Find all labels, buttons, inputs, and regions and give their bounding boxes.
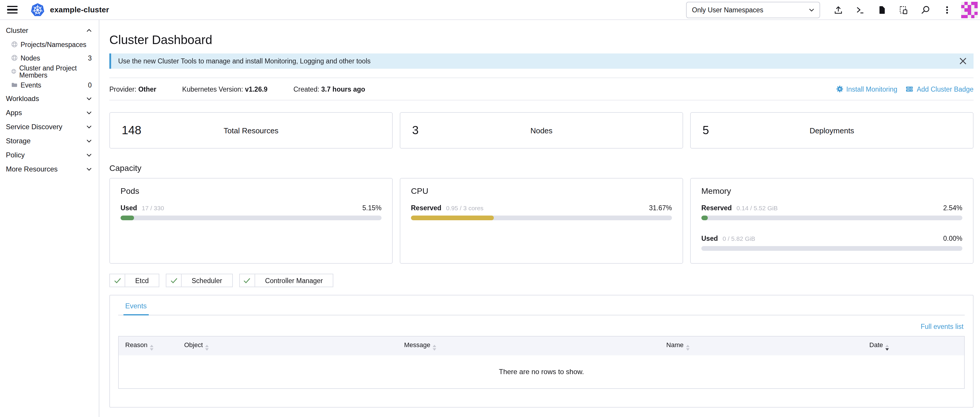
sort-carets-icon bbox=[205, 345, 209, 350]
banner-text: Use the new Cluster Tools to manage and … bbox=[118, 57, 371, 65]
gauge-row-percent: 31.67% bbox=[649, 205, 672, 211]
progress-bar-fill bbox=[702, 216, 708, 220]
search-icon[interactable] bbox=[920, 5, 930, 15]
component-label: Scheduler bbox=[181, 274, 232, 287]
sidebar-item-count: 3 bbox=[88, 54, 92, 61]
gauge-card-pods: Pods Used 17 / 330 5.15% bbox=[109, 178, 393, 264]
import-yaml-icon[interactable] bbox=[833, 5, 843, 15]
chevron-down-icon bbox=[86, 125, 92, 128]
sidebar-section-label: Policy bbox=[6, 151, 25, 159]
component-label: Controller Manager bbox=[255, 274, 333, 287]
stat-label: Nodes bbox=[530, 126, 552, 135]
sidebar-section-service-discovery[interactable]: Service Discovery bbox=[0, 120, 99, 134]
column-header-message[interactable]: Message bbox=[398, 336, 660, 355]
gear-icon bbox=[836, 85, 843, 93]
docs-icon[interactable] bbox=[877, 5, 886, 15]
chevron-down-icon bbox=[86, 153, 92, 157]
progress-bar-fill bbox=[121, 216, 134, 220]
check-icon bbox=[166, 274, 181, 287]
stat-card-nodes[interactable]: 3 Nodes bbox=[400, 112, 683, 149]
namespace-filter-select[interactable]: Only User Namespaces bbox=[686, 2, 820, 18]
capacity-gauges: Pods Used 17 / 330 5.15% CPU Reserved 0.… bbox=[109, 178, 974, 264]
sidebar-item-label: Cluster and Project Members bbox=[19, 64, 89, 78]
component-label: Etcd bbox=[125, 274, 159, 287]
top-bar: example-cluster Only User Namespaces bbox=[0, 0, 980, 20]
sidebar-item-events[interactable]: Events 0 bbox=[0, 78, 99, 92]
sidebar-item-projects-namespaces[interactable]: Projects/Namespaces bbox=[0, 38, 99, 51]
component-status-row: Etcd Scheduler Controller Manager bbox=[109, 274, 974, 287]
gauge-title: Pods bbox=[121, 186, 382, 196]
chevron-down-icon bbox=[86, 97, 92, 100]
component-badge-scheduler: Scheduler bbox=[166, 274, 233, 287]
kebab-menu-icon[interactable] bbox=[942, 5, 952, 15]
stat-card-total-resources[interactable]: 148 Total Resources bbox=[109, 112, 393, 149]
menu-icon[interactable] bbox=[7, 6, 18, 14]
sidebar-section-apps[interactable]: Apps bbox=[0, 106, 99, 120]
chevron-down-icon bbox=[86, 139, 92, 143]
namespace-filter-value: Only User Namespaces bbox=[692, 6, 764, 13]
gauge-row-percent: 0.00% bbox=[943, 235, 963, 242]
kubectl-shell-icon[interactable] bbox=[855, 5, 865, 15]
tab-events[interactable]: Events bbox=[124, 295, 148, 316]
sidebar-section-label: More Resources bbox=[6, 165, 57, 173]
rancher-cluster-dashboard: example-cluster Only User Namespaces bbox=[0, 0, 980, 417]
column-header-object[interactable]: Object bbox=[178, 336, 398, 355]
gauge-row-detail: 0.14 / 5.52 GiB bbox=[737, 205, 778, 211]
add-cluster-badge-link[interactable]: Add Cluster Badge bbox=[906, 85, 974, 93]
sidebar-section-cluster[interactable]: Cluster bbox=[0, 24, 99, 38]
component-badge-etcd: Etcd bbox=[109, 274, 159, 287]
capacity-heading: Capacity bbox=[109, 163, 974, 173]
glance-created: Created: 3.7 hours ago bbox=[293, 86, 365, 92]
gauge-card-memory: Memory Reserved 0.14 / 5.52 GiB 2.54% Us… bbox=[690, 178, 974, 264]
gauge-row-label: Used bbox=[702, 235, 718, 242]
check-icon bbox=[240, 274, 255, 287]
events-tabbar: Events bbox=[118, 295, 965, 316]
column-header-date[interactable]: Date bbox=[863, 336, 964, 355]
progress-bar bbox=[702, 246, 963, 251]
cluster-badge-icon bbox=[906, 85, 914, 93]
stat-card-deployments[interactable]: 5 Deployments bbox=[690, 112, 974, 149]
user-avatar[interactable] bbox=[961, 2, 978, 18]
events-table: Reason Object Message Name Date There ar… bbox=[118, 336, 965, 388]
sidebar-section-label: Apps bbox=[6, 109, 22, 117]
cluster-name: example-cluster bbox=[50, 5, 109, 14]
column-header-name[interactable]: Name bbox=[660, 336, 863, 355]
gauge-card-cpu: CPU Reserved 0.95 / 3 cores 31.67% bbox=[400, 178, 683, 264]
chevron-down-icon bbox=[809, 8, 814, 11]
glance-row: Provider: Other Kubernetes Version: v1.2… bbox=[109, 78, 974, 100]
sidebar-section-policy[interactable]: Policy bbox=[0, 148, 99, 162]
sidebar: Cluster Projects/Namespaces Nodes 3 bbox=[0, 20, 99, 417]
cluster-tools-banner: Use the new Cluster Tools to manage and … bbox=[109, 54, 974, 69]
gauge-row-detail: 0.95 / 3 cores bbox=[446, 205, 484, 211]
sidebar-item-count: 0 bbox=[88, 81, 92, 89]
gauge-row-label: Used bbox=[121, 205, 137, 211]
sidebar-section-more-resources[interactable]: More Resources bbox=[0, 162, 99, 176]
gauge-row-label: Reserved bbox=[411, 205, 442, 211]
main-content: Cluster Dashboard Use the new Cluster To… bbox=[99, 20, 980, 417]
install-monitoring-link[interactable]: Install Monitoring bbox=[836, 85, 897, 93]
glance-provider: Provider: Other bbox=[109, 86, 156, 92]
progress-bar-fill bbox=[411, 216, 493, 220]
sidebar-section-storage[interactable]: Storage bbox=[0, 134, 99, 148]
progress-bar bbox=[121, 216, 382, 220]
copy-kubeconfig-icon[interactable] bbox=[898, 5, 908, 15]
page-title: Cluster Dashboard bbox=[109, 32, 974, 47]
progress-bar bbox=[702, 216, 963, 220]
glance-kubernetes-version: Kubernetes Version: v1.26.9 bbox=[182, 86, 267, 92]
column-header-reason[interactable]: Reason bbox=[118, 336, 178, 355]
sidebar-item-nodes[interactable]: Nodes 3 bbox=[0, 51, 99, 65]
gauge-title: CPU bbox=[411, 186, 672, 196]
stat-value: 5 bbox=[703, 124, 709, 137]
globe-icon bbox=[11, 55, 18, 61]
gauge-row-label: Reserved bbox=[702, 205, 732, 211]
sidebar-section-workloads[interactable]: Workloads bbox=[0, 92, 99, 106]
sidebar-item-cluster-project-members[interactable]: Cluster and Project Members bbox=[0, 65, 99, 78]
full-events-list-link[interactable]: Full events list bbox=[921, 323, 964, 330]
chevron-up-icon bbox=[86, 29, 92, 32]
sidebar-item-label: Events bbox=[21, 81, 41, 89]
close-icon[interactable] bbox=[959, 57, 966, 65]
progress-bar bbox=[411, 216, 672, 220]
events-table-header-row: Reason Object Message Name Date bbox=[118, 336, 964, 355]
component-badge-controller-manager: Controller Manager bbox=[239, 274, 334, 287]
gauge-row-percent: 2.54% bbox=[943, 205, 963, 211]
